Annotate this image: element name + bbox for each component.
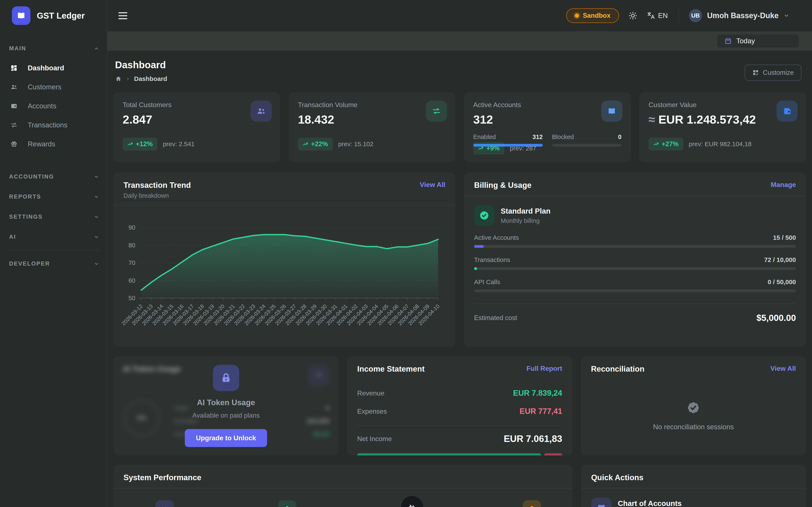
home-icon[interactable]	[115, 75, 122, 82]
stat-value: 312	[473, 113, 621, 126]
locked-title: AI Token Usage	[197, 398, 255, 407]
app-root: GST Ledger Sandbox EN	[0, 0, 812, 507]
top-bar-right: Sandbox EN UB Umoh Bassey-Duke	[566, 8, 801, 23]
user-menu[interactable]: UB Umoh Bassey-Duke	[678, 9, 801, 22]
sidebar-section-settings[interactable]: SETTINGS	[7, 210, 101, 224]
sidebar-item-label: Transactions	[28, 121, 67, 129]
transaction-trend-card: Transaction Trend Daily breakdown View A…	[113, 172, 455, 347]
chevron-up-icon	[94, 46, 99, 51]
avatar: UB	[689, 9, 702, 22]
quick-actions-card: Quick Actions Chart of Accounts Browse a…	[581, 465, 806, 507]
stat-value: 18.432	[298, 113, 446, 126]
upgrade-to-unlock-button[interactable]: Upgrade to Unlock	[185, 429, 267, 447]
lock-icon	[213, 365, 239, 391]
sidebar-item-accounts[interactable]: Accounts	[7, 97, 101, 116]
svg-text:80: 80	[129, 242, 135, 249]
section-label: ACCOUNTING	[9, 173, 54, 180]
sidebar-item-label: Rewards	[28, 140, 55, 148]
user-name: Umoh Bassey-Duke	[707, 11, 778, 20]
card-title: Income Statement	[357, 364, 424, 374]
svg-text:60: 60	[129, 277, 135, 284]
sun-icon	[628, 11, 637, 20]
chevron-down-icon	[94, 261, 99, 266]
today-button[interactable]: Today	[717, 35, 799, 48]
app-logo	[12, 6, 31, 25]
theme-toggle-button[interactable]	[628, 11, 637, 20]
sidebar-section-main[interactable]: MAIN	[7, 41, 101, 56]
manage-link[interactable]: Manage	[771, 181, 796, 189]
trend-badge: +9%	[473, 142, 504, 155]
language-switcher[interactable]: EN	[647, 11, 668, 20]
prev-value: prev: 2.541	[163, 140, 195, 148]
sandbox-dot-icon	[575, 13, 579, 18]
customize-grid-icon	[752, 69, 759, 76]
sandbox-label: Sandbox	[583, 12, 610, 19]
transfer-arrows-icon	[10, 121, 17, 129]
trending-up-icon	[653, 141, 659, 147]
brand-name: GST Ledger	[37, 11, 85, 20]
stat-card-customer-value: Customer Value ≈ EUR 1.248.573,42 +27%	[639, 92, 806, 162]
today-label: Today	[736, 37, 755, 45]
quick-action-chart-of-accounts[interactable]: Chart of Accounts Browse account structu…	[591, 498, 796, 507]
customize-button[interactable]: Customize	[745, 65, 801, 81]
stat-label: Total Customers	[123, 101, 271, 109]
trend-badge: +12%	[123, 138, 157, 151]
sidebar-divider	[8, 250, 100, 250]
sidebar-section-developer[interactable]: DEVELOPER	[7, 257, 101, 271]
prev-value: prev: 287	[510, 145, 536, 152]
card-title: Quick Actions	[591, 473, 644, 482]
trend-chart: 50607080902026-03-122026-03-132026-03-14…	[121, 211, 442, 342]
plan-subtitle: Monthly billing	[501, 217, 550, 224]
language-label: EN	[658, 12, 668, 20]
stat-value: 2.847	[123, 113, 271, 126]
svg-text:70: 70	[129, 260, 135, 266]
stat-card-total-customers: Total Customers 2.847 +12% prev: 2.541	[113, 92, 280, 162]
sidebar-section-reports[interactable]: REPORTS	[7, 190, 101, 204]
locked-subtitle: Available on paid plans	[192, 412, 260, 419]
plan-name: Standard Plan	[501, 207, 550, 215]
sidebar-item-dashboard[interactable]: Dashboard	[7, 59, 101, 77]
check-circle-icon	[474, 205, 494, 226]
trend-badge: +27%	[649, 138, 683, 151]
empty-state-text: No reconciliation sessions	[653, 423, 734, 431]
ai-lock-overlay: AI Token Usage Available on paid plans U…	[113, 356, 339, 455]
sidebar-toggle-button[interactable]	[118, 12, 127, 19]
sidebar-item-customers[interactable]: Customers	[7, 77, 101, 97]
sandbox-badge[interactable]: Sandbox	[566, 8, 619, 23]
approx-symbol: ≈	[649, 113, 655, 126]
sidebar-section-accounting[interactable]: ACCOUNTING	[7, 170, 101, 184]
stats-row: Total Customers 2.847 +12% prev: 2.541	[113, 92, 806, 162]
book-open-icon	[591, 498, 612, 507]
bell-icon	[523, 500, 541, 507]
view-all-link[interactable]: View All	[770, 364, 796, 373]
trending-up-icon	[303, 141, 308, 147]
estimated-cost-value: $5,000.00	[756, 313, 796, 323]
section-label: MAIN	[9, 45, 26, 52]
card-title: Reconciliation	[591, 364, 645, 374]
card-title: Billing & Usage	[474, 181, 531, 190]
chevron-down-icon	[94, 194, 99, 200]
api-hub-icon	[278, 500, 296, 507]
wallet-icon	[776, 101, 798, 122]
gift-icon	[10, 140, 17, 148]
trending-up-icon	[478, 145, 484, 151]
users-icon	[251, 101, 272, 122]
income-statement-card: Income Statement Full Report RevenueEUR …	[347, 356, 572, 455]
sidebar-item-transactions[interactable]: Transactions	[7, 116, 101, 134]
date-toolbar: Today	[107, 31, 812, 51]
section-label: DEVELOPER	[9, 261, 50, 267]
transfer-arrows-icon	[426, 101, 447, 122]
blocked-meter: Blocked0	[552, 133, 622, 147]
sidebar-section-ai[interactable]: AI	[7, 230, 101, 244]
full-report-link[interactable]: Full Report	[526, 364, 562, 373]
stat-card-active-accounts: Active Accounts 312 Enabled312 Blocked0	[464, 92, 631, 162]
view-all-link[interactable]: View All	[420, 181, 445, 189]
stat-card-transaction-volume: Transaction Volume 18.432 +22% prev: 15.…	[289, 92, 455, 162]
card-title: Transaction Trend	[123, 181, 191, 190]
card-title: System Performance	[123, 473, 201, 482]
chevron-down-icon	[784, 13, 789, 18]
page-title: Dashboard	[115, 59, 167, 70]
sidebar-item-rewards[interactable]: Rewards	[7, 134, 101, 154]
stat-label: Customer Value	[649, 101, 797, 109]
chevron-down-icon	[94, 174, 99, 179]
